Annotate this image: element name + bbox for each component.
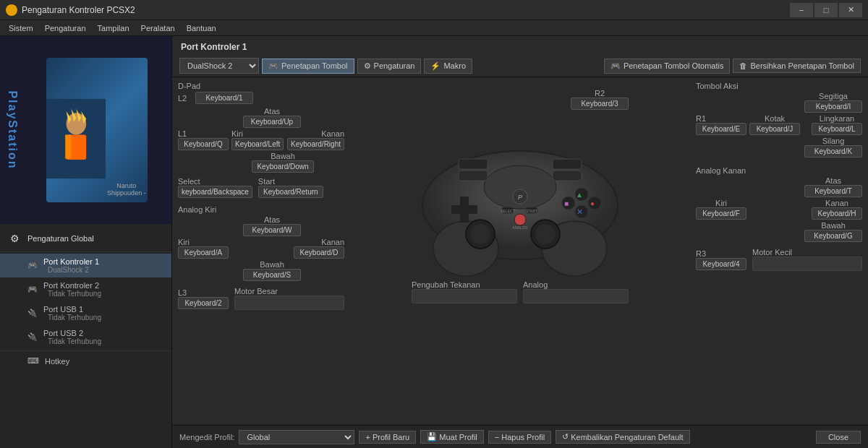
tab-button-settings[interactable]: ⚙ Pengaturan bbox=[357, 59, 422, 74]
minimize-button[interactable]: − bbox=[790, 3, 813, 17]
menu-sistem[interactable]: Sistem bbox=[3, 22, 39, 34]
square-label: Kotak bbox=[765, 114, 785, 123]
clear-label: Bersihkan Penetapan Tombol bbox=[750, 61, 854, 70]
load-profile-button[interactable]: 💾 Muat Profil bbox=[420, 430, 484, 444]
sidebar-item-usb2[interactable]: 🔌 Port USB 2 Tidak Terhubung bbox=[0, 325, 171, 349]
sidebar-item-controller2[interactable]: 🎮 Port Kontroler 2 Tidak Terhubung bbox=[0, 277, 171, 301]
dpad-right-button[interactable]: Keyboard/Right bbox=[287, 138, 344, 150]
motor-large-input[interactable] bbox=[234, 296, 344, 310]
dpad-up-label: Atas bbox=[264, 107, 280, 116]
triangle-button[interactable]: Keyboard/I bbox=[804, 100, 862, 113]
sidebar-item-controller1[interactable]: 🎮 Port Kontroler 1 DualShock 2 bbox=[0, 254, 171, 277]
l1-key-button[interactable]: Keyboard/Q bbox=[178, 138, 229, 150]
select-key-button[interactable]: keyboard/Backspace bbox=[178, 186, 252, 198]
window-title: Pengaturan Kontroler PCSX2 bbox=[22, 5, 790, 15]
content-header: Port Kontroler 1 bbox=[172, 36, 868, 55]
r2-key-button[interactable]: Keyboard/3 bbox=[571, 98, 629, 110]
pressure-analog-row: Pengubah Tekanan Analog bbox=[412, 280, 629, 303]
analog-left-left-button[interactable]: Keyboard/A bbox=[178, 246, 229, 259]
sidebar-nav: ⚙ Pengaturan Global 🎮 Port Kontroler 1 D… bbox=[0, 224, 171, 448]
r2-group: R2 Keyboard/3 bbox=[571, 89, 629, 110]
pressure-section: Pengubah Tekanan bbox=[412, 280, 517, 303]
divider-1 bbox=[0, 251, 171, 252]
analog-label: Analog bbox=[523, 280, 629, 289]
dpad-up-row: Atas Keyboard/Up bbox=[178, 107, 344, 128]
analog-left-up-group: Atas Keyboard/W bbox=[243, 215, 301, 236]
start-key-button[interactable]: Keyboard/Return bbox=[258, 186, 323, 198]
square-button[interactable]: Keyboard/J bbox=[749, 123, 800, 135]
analog-right-right-button[interactable]: Keyboard/H bbox=[812, 207, 862, 220]
circle-button[interactable]: Keyboard/L bbox=[812, 123, 862, 135]
menu-tampilan[interactable]: Tampilan bbox=[92, 22, 135, 34]
l1-section: L1 Keyboard/Q bbox=[178, 129, 229, 150]
dpad-left-label: Kiri bbox=[231, 129, 243, 138]
l3-motor-row: L3 Keyboard/2 Motor Besar bbox=[178, 287, 344, 310]
sidebar-game-cover: PlayStation Naruto Shippuuden - bbox=[0, 36, 171, 224]
sidebar-item-usb1[interactable]: 🔌 Port USB 1 Tidak Terhubung bbox=[0, 301, 171, 325]
svg-rect-13 bbox=[451, 205, 477, 214]
clear-mapping-button[interactable]: 🗑 Bersihkan Penetapan Tombol bbox=[733, 59, 861, 73]
analog-right-up-button[interactable]: Keyboard/T bbox=[804, 185, 862, 197]
sidebar-item-global-settings[interactable]: ⚙ Pengaturan Global bbox=[0, 227, 171, 250]
l1-label: L1 bbox=[178, 129, 229, 138]
tab-button-macro[interactable]: ⚡ Makro bbox=[424, 59, 472, 74]
start-label: Start bbox=[258, 177, 323, 186]
dpad-section: D-Pad L2 Keyboard/1 Atas Keyboard/Up bbox=[178, 82, 344, 176]
dpad-down-group: Bawah Keyboard/Down bbox=[252, 152, 313, 173]
svg-text:SELECT: SELECT bbox=[501, 209, 514, 213]
r1-key-button[interactable]: Keyboard/E bbox=[696, 123, 746, 135]
motor-small-input[interactable] bbox=[752, 257, 862, 271]
new-profile-button[interactable]: + Profil Baru bbox=[359, 431, 416, 444]
delete-icon: − bbox=[495, 433, 499, 441]
maximize-button[interactable]: □ bbox=[814, 3, 838, 17]
content-area: Port Kontroler 1 DualShock 2 DualShock 1… bbox=[172, 36, 868, 448]
svg-text:■: ■ bbox=[564, 199, 569, 207]
l3-key-button[interactable]: Keyboard/2 bbox=[178, 297, 229, 309]
analog-left-down-button[interactable]: Keyboard/S bbox=[243, 269, 301, 281]
global-settings-label: Pengaturan Global bbox=[27, 234, 94, 243]
auto-assign-icon: 🎮 bbox=[610, 61, 621, 71]
analog-left-right-button[interactable]: Keyboard/D bbox=[294, 246, 344, 259]
menu-pengaturan[interactable]: Pengaturan bbox=[39, 22, 92, 34]
load-icon: 💾 bbox=[427, 432, 437, 441]
plus-icon: + bbox=[365, 433, 370, 441]
dpad-left-button[interactable]: Keyboard/Left bbox=[231, 138, 284, 150]
settings-label: Pengaturan bbox=[374, 61, 415, 70]
r3-label: R3 bbox=[696, 249, 746, 258]
delete-profile-button[interactable]: − Hapus Profil bbox=[488, 431, 551, 444]
analog-right-left-button[interactable]: Keyboard/F bbox=[696, 207, 746, 220]
mapping-label: Penetapan Tombol bbox=[281, 61, 348, 70]
close-dialog-button[interactable]: Close bbox=[816, 431, 861, 444]
dpad-down-button[interactable]: Keyboard/Down bbox=[252, 160, 313, 173]
auto-assign-button[interactable]: 🎮 Penetapan Tombol Otomatis bbox=[604, 59, 731, 74]
analog-right-down-button[interactable]: Keyboard/G bbox=[804, 230, 862, 242]
menu-peralatan[interactable]: Peralatan bbox=[135, 22, 181, 34]
analog-left-up-button[interactable]: Keyboard/W bbox=[243, 224, 301, 236]
controller-type-select[interactable]: DualShock 2 DualShock 1 Analog bbox=[179, 58, 259, 74]
menu-bantuan[interactable]: Bantuan bbox=[181, 22, 222, 34]
action-buttons-section: Tombol Aksi Segitiga Keyboard/I R1 bbox=[696, 82, 862, 160]
tab-button-mapping[interactable]: 🎮 Penetapan Tombol bbox=[262, 59, 354, 74]
analog-right-kiri-group: Kiri Keyboard/F bbox=[696, 199, 746, 220]
select-label: Select bbox=[178, 177, 252, 186]
close-window-button[interactable]: ✕ bbox=[839, 3, 862, 17]
sidebar-item-hotkey[interactable]: ⌨ Hotkey bbox=[0, 353, 171, 369]
analog-input[interactable] bbox=[523, 289, 629, 303]
analog-left-up-row: Atas Keyboard/W bbox=[178, 215, 344, 236]
reset-label: Kembalikan Pengaturan Default bbox=[571, 433, 683, 441]
controller2-icon: 🎮 bbox=[27, 285, 38, 294]
svg-text:P: P bbox=[518, 194, 522, 201]
controller2-sub: Tidak Terhubung bbox=[43, 290, 101, 298]
cross-button[interactable]: Keyboard/K bbox=[804, 145, 862, 158]
r3-key-button[interactable]: Keyboard/4 bbox=[696, 258, 746, 270]
l2-key-button[interactable]: Keyboard/1 bbox=[195, 92, 253, 104]
l1-dpad-lr-row: L1 Keyboard/Q Kiri Kanan Keyboard/Left K… bbox=[178, 129, 344, 150]
analog-left-down-row: Bawah Keyboard/S bbox=[178, 260, 344, 281]
dpad-up-button[interactable]: Keyboard/Up bbox=[243, 116, 301, 128]
pressure-input[interactable] bbox=[412, 289, 517, 303]
usb1-label: Port USB 1 bbox=[43, 305, 101, 314]
titlebar: Pengaturan Kontroler PCSX2 − □ ✕ bbox=[0, 0, 868, 20]
reset-settings-button[interactable]: ↺ Kembalikan Pengaturan Default bbox=[556, 430, 689, 444]
window-controls: − □ ✕ bbox=[790, 3, 862, 17]
profile-select[interactable]: Global bbox=[239, 430, 354, 444]
